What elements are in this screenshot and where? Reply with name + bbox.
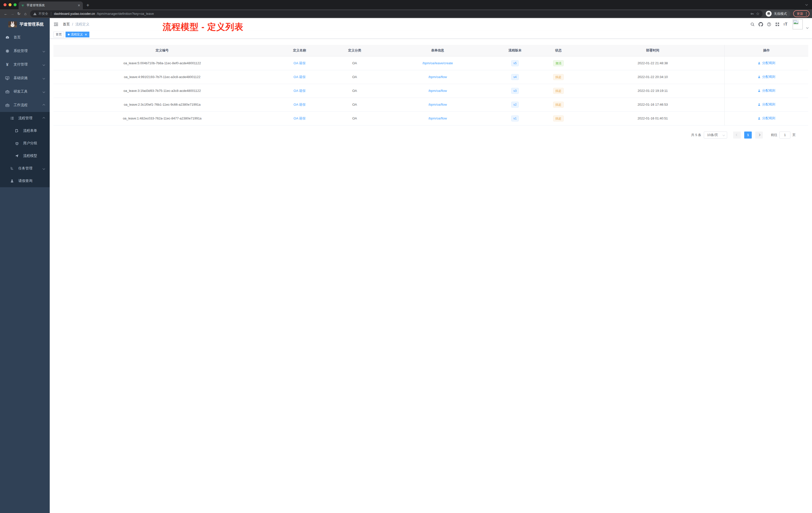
group-icon	[14, 141, 19, 146]
security-label[interactable]: 不安全	[38, 11, 48, 16]
column-header: 定义名称	[271, 45, 328, 56]
definition-id: oa_leave:5:004b710b-7b8a-11ec-8ef0-acde4…	[54, 56, 271, 70]
sidebar-item-workflow[interactable]: 工作流程	[0, 98, 50, 112]
sidebar-item-task-mgmt[interactable]: 任务管理	[0, 162, 50, 175]
hamburger-icon[interactable]	[54, 22, 58, 27]
definition-name-link[interactable]: OA 请假	[293, 61, 306, 65]
sidebar-item-home[interactable]: 首页	[0, 31, 50, 44]
warning-icon	[33, 12, 37, 16]
chevron-down-icon	[43, 167, 45, 170]
sidebar-item-payment[interactable]: ¥支付管理	[0, 58, 50, 71]
sidebar-item-devtools[interactable]: 研发工具	[0, 85, 50, 98]
sidebar-item-label: 流程模型	[23, 154, 46, 158]
page-content: 定义编号定义名称定义分类表单信息流程版本状态部署时间操作 oa_leave:5:…	[50, 39, 406, 139]
table-row: oa_leave:5:004b710b-7b8a-11ec-8ef0-acde4…	[54, 56, 406, 70]
main-area: 首页 / 流程定义 TT	[50, 18, 406, 256]
table-row: oa_leave:3:1fad3d93-7b75-11ec-a3c8-acde4…	[54, 84, 406, 98]
breadcrumb-home[interactable]: 首页	[63, 22, 70, 27]
definition-category: OA	[328, 84, 381, 98]
definition-id: oa_leave:1:482ec033-762a-11ec-8477-a2380…	[54, 112, 271, 125]
sidebar-item-user-group[interactable]: 用户分组	[0, 137, 50, 150]
sidebar-item-label: 用户分组	[23, 141, 46, 146]
sidebar-item-label: 支付管理	[13, 62, 43, 67]
pagination: 共 5 条 10条/页 1 前往 页	[54, 131, 406, 139]
url-path: /bpm/manager/definition?key=oa_leave	[97, 12, 154, 16]
breadcrumb-current: 流程定义	[75, 22, 89, 27]
browser-chrome: 芋道管理系统 ✕ + ← → ↻ ⌂ 不安全 dashboard.yudao.i…	[0, 0, 406, 18]
monitor-icon	[5, 76, 9, 80]
table-row: oa_leave:4:991f2193-7b7f-11ec-a3c8-acde4…	[54, 70, 406, 84]
minimize-window-button[interactable]	[8, 3, 11, 6]
sidebar-item-system[interactable]: 系统管理	[0, 44, 50, 58]
sidebar-item-label: 任务管理	[18, 166, 43, 171]
table-header-row: 定义编号定义名称定义分类表单信息流程版本状态部署时间操作	[54, 45, 406, 56]
form-icon	[14, 128, 19, 133]
user-icon	[10, 179, 14, 183]
sidebar-submenu: 流程管理流程表单用户分组流程模型任务管理请假查询	[0, 112, 50, 187]
column-header: 定义分类	[328, 45, 381, 56]
table-row: oa_leave:1:482ec033-762a-11ec-8477-a2380…	[54, 112, 406, 125]
table-row: oa_leave:2:3c1f0ef1-76b1-11ec-9c66-a2380…	[54, 98, 406, 112]
tab-close-icon[interactable]: ✕	[78, 3, 80, 7]
definition-id: oa_leave:2:3c1f0ef1-76b1-11ec-9c66-a2380…	[54, 98, 271, 112]
new-tab-button[interactable]: +	[86, 3, 89, 8]
sidebar-item-label: 首页	[13, 35, 46, 40]
sidebar-item-process-form[interactable]: 流程表单	[0, 124, 50, 137]
briefcase-icon	[5, 103, 9, 108]
definition-name-link[interactable]: OA 请假	[293, 75, 306, 79]
reload-icon[interactable]: ↻	[16, 11, 22, 16]
definition-category: OA	[328, 56, 381, 70]
sidebar-item-label: 基础设施	[13, 76, 43, 80]
dashboard-icon	[5, 35, 9, 40]
definition-category: OA	[328, 70, 381, 84]
forward-icon[interactable]: →	[9, 11, 16, 16]
chevron-up-icon	[43, 104, 45, 107]
close-window-button[interactable]	[3, 3, 6, 6]
plane-icon	[14, 154, 19, 158]
sidebar: 芋道管理系统 首页系统管理¥支付管理基础设施研发工具工作流程 流程管理流程表单用…	[0, 18, 50, 256]
column-header: 表单信息	[381, 45, 406, 56]
window-controls[interactable]	[3, 3, 17, 6]
sidebar-item-label: 工作流程	[13, 103, 43, 108]
tag-首页[interactable]: 首页	[54, 32, 64, 37]
definition-name-link[interactable]: OA 请假	[293, 89, 306, 93]
column-header: 定义编号	[54, 45, 271, 56]
sidebar-item-label: 流程管理	[18, 116, 43, 120]
logo[interactable]: 芋道管理系统	[0, 18, 50, 31]
sidebar-item-infra[interactable]: 基础设施	[0, 71, 50, 85]
tag-dot	[68, 34, 69, 35]
toolbox-icon	[5, 89, 9, 94]
sidebar-item-label: 请假查询	[18, 179, 46, 183]
sidebar-item-leave-query[interactable]: 请假查询	[0, 175, 50, 187]
definition-name-link[interactable]: OA 请假	[293, 117, 306, 120]
sidebar-item-process-model[interactable]: 流程模型	[0, 150, 50, 162]
sidebar-item-process-mgmt[interactable]: 流程管理	[0, 112, 50, 124]
favicon-sprout-icon	[21, 4, 25, 7]
chevron-down-icon	[43, 50, 45, 52]
definition-category: OA	[328, 112, 381, 125]
sidebar-item-label: 系统管理	[13, 49, 43, 53]
tag-label: 流程定义	[71, 32, 83, 37]
definition-name-link[interactable]: OA 请假	[293, 103, 306, 107]
tag-close-icon[interactable]: ✕	[85, 33, 87, 36]
home-icon[interactable]: ⌂	[22, 11, 29, 16]
tag-流程定义[interactable]: 流程定义✕	[65, 32, 89, 37]
url-host: dashboard.yudao.iocoder.cn	[54, 12, 95, 16]
definition-id: oa_leave:3:1fad3d93-7b75-11ec-a3c8-acde4…	[54, 84, 271, 98]
browser-toolbar: ← → ↻ ⌂ 不安全 dashboard.yudao.iocoder.cn/b…	[0, 9, 406, 18]
back-icon[interactable]: ←	[2, 11, 9, 16]
logo-rabbit-image	[8, 21, 17, 27]
navbar: 首页 / 流程定义 TT	[50, 18, 406, 31]
list-icon	[10, 116, 14, 120]
gear-icon	[5, 49, 9, 53]
app-title: 芋道管理系统	[20, 22, 44, 27]
tag-label: 首页	[56, 32, 62, 37]
tasks-icon	[10, 166, 14, 171]
chevron-down-icon	[43, 90, 45, 93]
browser-tab[interactable]: 芋道管理系统 ✕	[19, 1, 83, 9]
tab-strip: 芋道管理系统 ✕ +	[0, 0, 406, 9]
zoom-window-button[interactable]	[13, 3, 17, 6]
tags-bar: 首页流程定义✕	[50, 31, 406, 39]
sidebar-item-label: 研发工具	[13, 89, 43, 94]
url-bar[interactable]: 不安全 dashboard.yudao.iocoder.cn/bpm/manag…	[30, 10, 406, 17]
